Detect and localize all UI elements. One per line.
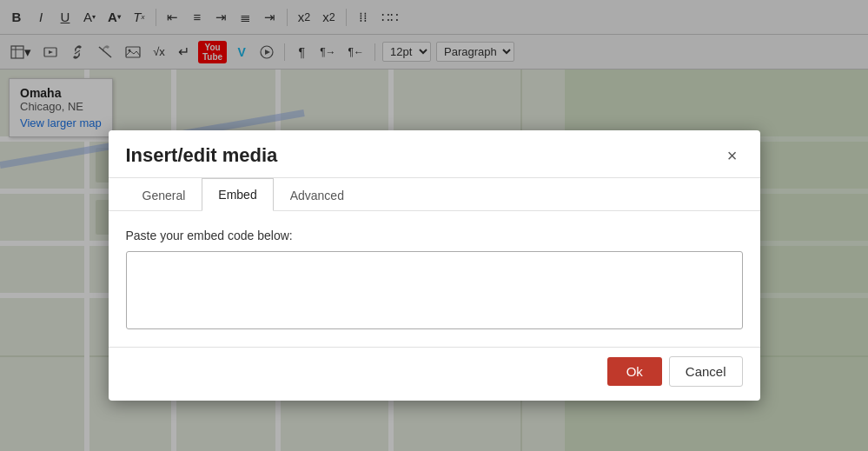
embed-instructions-label: Paste your embed code below:: [126, 229, 743, 242]
modal-footer: Ok Cancel: [109, 347, 760, 401]
tab-advanced[interactable]: Advanced: [274, 178, 361, 211]
modal-header: Insert/edit media ×: [109, 130, 760, 178]
ok-button[interactable]: Ok: [607, 357, 662, 386]
modal-tabs: General Embed Advanced: [109, 178, 760, 211]
modal-title: Insert/edit media: [126, 144, 278, 167]
modal-body: Paste your embed code below:: [109, 211, 760, 347]
cancel-button[interactable]: Cancel: [669, 356, 743, 387]
embed-code-textarea[interactable]: [126, 251, 743, 329]
modal-overlay: Insert/edit media × General Embed Advanc…: [0, 0, 868, 451]
insert-edit-media-modal: Insert/edit media × General Embed Advanc…: [109, 130, 760, 401]
modal-close-button[interactable]: ×: [722, 145, 743, 166]
tab-embed[interactable]: Embed: [202, 178, 273, 211]
tab-general[interactable]: General: [126, 178, 202, 211]
